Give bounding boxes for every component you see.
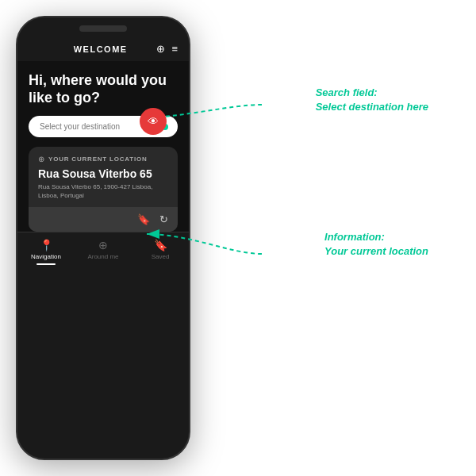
add-icon[interactable]: ⊕: [156, 43, 165, 55]
location-plus-icon: ⊕: [38, 155, 44, 163]
nav-item-around-me[interactable]: ⊕ Around me: [75, 239, 132, 265]
menu-icon[interactable]: ≡: [171, 43, 178, 55]
refresh-icon[interactable]: ↻: [159, 213, 168, 225]
nav-label-saved: Saved: [152, 253, 170, 260]
around-me-icon: ⊕: [98, 239, 108, 251]
location-address: Rua Sousa Viterbo 65, 1900-427 Lisboa,Li…: [38, 182, 168, 200]
location-card-actions: 🔖 ↻: [29, 207, 178, 232]
app-title: WELCOME: [74, 44, 128, 54]
header-icons: ⊕ ≡: [156, 43, 178, 55]
scan-icon: 👁: [148, 115, 159, 128]
bookmark-icon[interactable]: 🔖: [137, 213, 150, 225]
phone-shell: WELCOME ⊕ ≡ Hi, where would youlike to g…: [16, 16, 190, 460]
nav-label-around-me: Around me: [87, 253, 118, 260]
annotation-search: Search field:Select destination here: [316, 86, 428, 113]
notch-pill: [79, 25, 127, 32]
phone-content: Hi, where would youlike to go? 👁 ⊕ YOUR …: [17, 61, 189, 232]
location-name: Rua Sousa Viterbo 65: [38, 167, 168, 180]
app-header: WELCOME ⊕ ≡: [17, 40, 189, 61]
location-card-header: ⊕ YOUR CURRENT LOCATION: [38, 155, 168, 163]
bottom-nav: 📍 Navigation ⊕ Around me 🔖 Saved: [17, 232, 189, 273]
nav-label-navigation: Navigation: [31, 253, 61, 260]
scene: WELCOME ⊕ ≡ Hi, where would youlike to g…: [0, 0, 476, 476]
search-wrapper: 👁: [29, 116, 178, 137]
saved-icon: 🔖: [154, 239, 167, 251]
scan-button[interactable]: 👁: [140, 108, 167, 135]
greeting-text: Hi, where would youlike to go?: [29, 72, 178, 106]
nav-item-navigation[interactable]: 📍 Navigation: [17, 239, 75, 265]
nav-item-saved[interactable]: 🔖 Saved: [132, 239, 189, 265]
phone-notch: [17, 17, 189, 40]
location-card: ⊕ YOUR CURRENT LOCATION Rua Sousa Viterb…: [29, 147, 178, 231]
annotation-info: Information:Your current location: [324, 230, 428, 258]
navigation-icon: 📍: [40, 239, 53, 251]
location-label: YOUR CURRENT LOCATION: [48, 155, 148, 163]
nav-underline: [36, 263, 56, 265]
